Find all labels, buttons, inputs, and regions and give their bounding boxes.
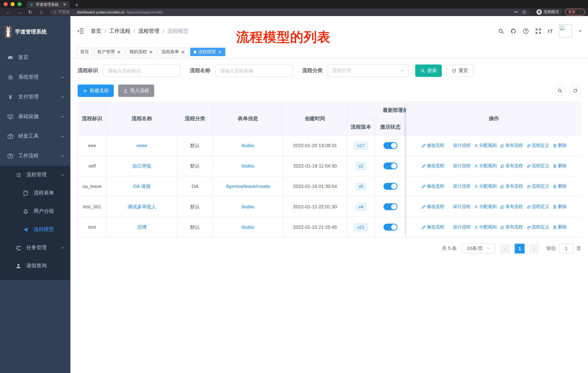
- action-design-link[interactable]: 设计流程: [447, 224, 471, 230]
- sidebar-item-0[interactable]: 首页: [0, 48, 70, 67]
- action-assign-link[interactable]: 分配规则: [474, 142, 497, 149]
- github-icon[interactable]: [510, 28, 516, 34]
- search-button[interactable]: 搜索: [415, 64, 442, 77]
- active-toggle[interactable]: [383, 142, 397, 149]
- form-info-link[interactable]: /bpm/oa/leave/create: [226, 184, 270, 189]
- action-definition-link[interactable]: 流程定义: [526, 224, 549, 230]
- form-info-link[interactable]: biubiu: [242, 224, 254, 230]
- sidebar-item-7[interactable]: 流程表单: [0, 184, 70, 202]
- process-name-link[interactable]: OA 请假: [133, 183, 150, 190]
- current-page-button[interactable]: 1: [515, 243, 525, 253]
- process-name-link[interactable]: 滔博: [137, 224, 147, 230]
- sidebar-item-5[interactable]: 工作流程: [0, 146, 70, 166]
- font-size-icon[interactable]: ᴛT: [547, 28, 553, 34]
- action-assign-link[interactable]: 分配规则: [474, 163, 497, 169]
- tab-close-icon[interactable]: ✕: [62, 2, 67, 7]
- action-definition-link[interactable]: 流程定义: [526, 183, 549, 189]
- header-search-icon[interactable]: [498, 28, 504, 34]
- tag-4[interactable]: 流程模型: [190, 48, 225, 56]
- action-design-link[interactable]: 设计流程: [447, 163, 471, 169]
- reset-button[interactable]: 重置: [446, 64, 473, 77]
- tag-close-icon[interactable]: [149, 50, 153, 54]
- action-assign-link[interactable]: 分配规则: [474, 183, 497, 189]
- sidebar-item-10[interactable]: 任务管理: [0, 239, 70, 257]
- browser-tab[interactable]: 芋道管理系统 ✕: [27, 1, 70, 8]
- process-name-input[interactable]: [215, 64, 293, 77]
- process-name-link[interactable]: 自己审批: [132, 163, 151, 169]
- sidebar-item-9[interactable]: 流程模型: [0, 220, 70, 239]
- toggle-search-button[interactable]: [555, 85, 565, 96]
- browser-menu-icon[interactable]: ⋮: [578, 10, 582, 14]
- close-window-button[interactable]: [4, 2, 8, 6]
- forward-button[interactable]: →: [14, 9, 25, 15]
- form-info-link[interactable]: biubiu: [242, 143, 254, 148]
- action-design-link[interactable]: 设计流程: [447, 142, 471, 149]
- action-delete-link[interactable]: 删除: [552, 224, 567, 230]
- back-button[interactable]: ←: [3, 9, 14, 15]
- breadcrumb-item-2[interactable]: 流程管理: [138, 28, 159, 34]
- sidebar-item-1[interactable]: 系统管理: [0, 67, 70, 87]
- action-assign-link[interactable]: 分配规则: [474, 224, 497, 230]
- avatar[interactable]: [559, 24, 572, 38]
- prev-page-button[interactable]: ‹: [500, 243, 510, 253]
- tag-1[interactable]: 租户管理: [94, 48, 124, 56]
- active-toggle[interactable]: [383, 183, 397, 190]
- help-icon[interactable]: [523, 28, 529, 34]
- action-publish-link[interactable]: 发布流程: [500, 224, 523, 230]
- action-edit-link[interactable]: 修改流程: [421, 204, 444, 210]
- action-publish-link[interactable]: 发布流程: [500, 204, 523, 210]
- form-info-link[interactable]: biubiu: [242, 163, 254, 169]
- action-delete-link[interactable]: 删除: [552, 183, 567, 189]
- sidebar-item-3[interactable]: 基础设施: [0, 107, 70, 126]
- action-delete-link[interactable]: 删除: [552, 142, 567, 149]
- bookmark-star-icon[interactable]: [522, 10, 526, 14]
- page-size-select[interactable]: 10条/页: [462, 243, 495, 253]
- sidebar-item-4[interactable]: 研发工具: [0, 126, 70, 146]
- process-name-link[interactable]: 测试多审批人: [128, 203, 156, 210]
- tag-2[interactable]: 我的流程: [126, 48, 156, 56]
- sidebar-item-11[interactable]: 请假查询: [0, 257, 70, 275]
- action-publish-link[interactable]: 发布流程: [500, 183, 523, 189]
- action-definition-link[interactable]: 流程定义: [526, 142, 549, 149]
- browser-update-button[interactable]: 更新 ⋮: [565, 9, 585, 15]
- active-toggle[interactable]: [383, 224, 397, 231]
- tag-3[interactable]: 流程表单: [158, 48, 189, 56]
- create-process-button[interactable]: 新建流程: [78, 84, 114, 97]
- minimize-window-button[interactable]: [10, 2, 15, 6]
- tag-0[interactable]: 首页: [77, 48, 92, 56]
- form-info-link[interactable]: biubiu: [242, 204, 254, 210]
- maximize-window-button[interactable]: [18, 2, 21, 6]
- goto-page-input[interactable]: [559, 243, 573, 253]
- sidebar-item-2[interactable]: ¥支付管理: [0, 87, 70, 107]
- action-definition-link[interactable]: 流程定义: [526, 204, 549, 210]
- action-edit-link[interactable]: 修改流程: [421, 183, 444, 189]
- app-logo[interactable]: 芋道管理系统: [0, 16, 70, 48]
- action-assign-link[interactable]: 分配规则: [474, 204, 497, 210]
- breadcrumb-item-1[interactable]: 工作流程: [109, 28, 130, 34]
- action-definition-link[interactable]: 流程定义: [526, 163, 549, 169]
- import-process-button[interactable]: 导入流程: [118, 84, 154, 97]
- tag-close-icon[interactable]: [218, 50, 222, 54]
- new-tab-button[interactable]: ＋: [74, 1, 79, 8]
- action-publish-link[interactable]: 发布流程: [500, 142, 523, 149]
- fullscreen-icon[interactable]: [535, 28, 541, 34]
- breadcrumb-item-0[interactable]: 首页: [91, 28, 101, 34]
- active-toggle[interactable]: [383, 162, 397, 169]
- process-name-link[interactable]: eeee: [136, 143, 147, 148]
- action-design-link[interactable]: 设计流程: [447, 204, 471, 210]
- action-edit-link[interactable]: 修改流程: [421, 224, 444, 230]
- address-bar[interactable]: ⚠ 不安全 | dashboard.yudao.iocoder.cn/bpm/m…: [50, 9, 530, 15]
- avatar-caret-down-icon[interactable]: [578, 29, 582, 33]
- refresh-table-button[interactable]: [570, 85, 581, 96]
- active-toggle[interactable]: [383, 203, 397, 210]
- home-button[interactable]: ⌂: [36, 9, 47, 15]
- action-publish-link[interactable]: 发布流程: [500, 163, 523, 169]
- action-design-link[interactable]: 设计流程: [447, 183, 471, 189]
- sidebar-item-8[interactable]: 用户分组: [0, 202, 70, 220]
- tag-close-icon[interactable]: [181, 50, 185, 54]
- breadcrumb-item-3[interactable]: 流程模型: [167, 28, 189, 34]
- tag-close-icon[interactable]: [117, 50, 121, 54]
- sidebar-item-6[interactable]: 流程管理: [0, 166, 70, 184]
- reload-button[interactable]: ↻: [25, 9, 36, 15]
- key-icon[interactable]: [514, 10, 518, 14]
